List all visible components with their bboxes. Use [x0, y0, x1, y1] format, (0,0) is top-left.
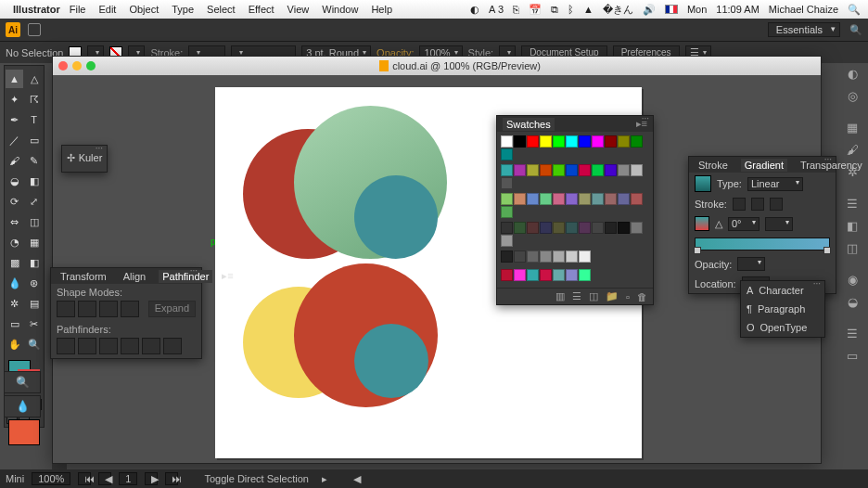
minus-back-button[interactable]: [163, 338, 182, 354]
kuler-panel[interactable]: ··· ✢ Kuler: [61, 145, 108, 173]
zoom-tool[interactable]: 🔍: [25, 335, 43, 353]
selection-tool[interactable]: ▲: [6, 70, 23, 88]
eraser-tool[interactable]: ◧: [25, 172, 43, 190]
swatch[interactable]: [592, 222, 604, 234]
swatch[interactable]: [566, 250, 578, 263]
gradient-slider[interactable]: [695, 238, 830, 250]
swatch[interactable]: [501, 250, 513, 263]
panel-gripper-icon[interactable]: ···: [813, 278, 821, 289]
swatch[interactable]: [540, 222, 552, 234]
delete-swatch-icon[interactable]: 🗑: [637, 291, 647, 302]
dropbox-icon[interactable]: ⧉: [551, 4, 558, 16]
swatch[interactable]: [553, 269, 565, 281]
slice-tool[interactable]: ✂: [25, 315, 43, 333]
swatch[interactable]: [618, 193, 630, 205]
app-menu[interactable]: Illustrator: [13, 4, 60, 15]
trim-button[interactable]: [78, 338, 96, 354]
gradient-stop-right[interactable]: [823, 247, 831, 254]
status-dropdown-icon[interactable]: ▸: [322, 473, 327, 485]
artboard-tool[interactable]: ▭: [6, 315, 23, 333]
swatch[interactable]: [501, 206, 513, 218]
zoom-window-icon[interactable]: [86, 61, 96, 71]
swatch[interactable]: [553, 222, 565, 234]
adobe-status-icon[interactable]: ◐: [470, 4, 479, 16]
mini-bridge-label[interactable]: Mini: [6, 473, 24, 484]
swatch[interactable]: [605, 164, 617, 176]
sync-icon[interactable]: [28, 23, 41, 36]
graphic-styles-panel-icon[interactable]: ◒: [844, 293, 861, 310]
blend-tool[interactable]: ⊛: [25, 274, 43, 292]
appearance-panel-icon[interactable]: ◉: [844, 271, 861, 288]
panel-gripper-icon[interactable]: ···: [190, 265, 198, 276]
direct-selection-tool[interactable]: △: [25, 70, 43, 88]
swatches-panel-icon[interactable]: ▦: [844, 119, 861, 135]
menu-window[interactable]: Window: [322, 4, 358, 15]
swatch[interactable]: [514, 164, 526, 176]
swatch[interactable]: [553, 164, 565, 176]
transparency-panel-icon[interactable]: ◫: [844, 239, 861, 256]
swatch[interactable]: [553, 250, 565, 263]
swatch[interactable]: [540, 193, 552, 205]
mesh-tool[interactable]: ▩: [6, 253, 23, 272]
swatch[interactable]: [579, 222, 591, 234]
intersect-button[interactable]: [99, 301, 118, 317]
swatch[interactable]: [527, 193, 539, 205]
swatch[interactable]: [527, 269, 539, 281]
scroll-left-icon[interactable]: ◀: [353, 473, 361, 485]
nav-first-icon[interactable]: ⏮: [78, 472, 91, 485]
swatch[interactable]: [501, 164, 513, 176]
nav-last-icon[interactable]: ⏭: [165, 472, 178, 485]
stop-opacity-input[interactable]: [737, 257, 765, 271]
volume-icon[interactable]: 🔊: [643, 4, 656, 16]
eyedropper-tool[interactable]: 💧: [6, 274, 23, 292]
panel-gripper-icon[interactable]: ···: [824, 154, 832, 164]
pencil-tool[interactable]: ✎: [25, 151, 43, 170]
swatch[interactable]: [501, 148, 513, 161]
swatch[interactable]: [618, 135, 630, 148]
minimize-window-icon[interactable]: [72, 61, 82, 71]
menu-effect[interactable]: Effect: [249, 4, 274, 15]
swatch[interactable]: [501, 269, 513, 281]
swatch[interactable]: [501, 193, 513, 205]
swatch-options-icon[interactable]: ◫: [589, 290, 598, 302]
graph-tool[interactable]: ▤: [25, 294, 43, 313]
gradient-stop-left[interactable]: [694, 247, 701, 254]
gradient-preview[interactable]: [695, 175, 711, 192]
gradient-panel-icon[interactable]: ◧: [844, 217, 861, 234]
search-icon[interactable]: 🔍: [849, 24, 862, 36]
tab-transform[interactable]: Transform: [57, 270, 110, 283]
swatch[interactable]: [605, 222, 617, 234]
input-flag-icon[interactable]: [665, 5, 678, 14]
swatch[interactable]: [514, 135, 526, 148]
menu-user[interactable]: Michael Chaize: [769, 4, 838, 15]
menu-type[interactable]: Type: [172, 4, 194, 15]
swatch[interactable]: [605, 193, 617, 205]
swatch[interactable]: [514, 269, 526, 281]
swatch[interactable]: [514, 222, 526, 234]
gradient-tool[interactable]: ◧: [25, 253, 43, 272]
swatch[interactable]: [566, 193, 578, 205]
cc-icon[interactable]: ⎘: [513, 4, 519, 15]
swatch[interactable]: [631, 193, 643, 205]
expand-button[interactable]: Expand: [148, 301, 196, 317]
line-tool[interactable]: ／: [6, 131, 23, 149]
panel-menu-icon[interactable]: ▸≡: [222, 270, 233, 282]
rotate-tool[interactable]: ⟳: [6, 192, 23, 211]
swatch[interactable]: [527, 222, 539, 234]
nav-prev-icon[interactable]: ◀: [98, 472, 111, 485]
swatch[interactable]: [566, 269, 578, 281]
width-tool[interactable]: ⇔: [6, 212, 23, 231]
swatch[interactable]: [579, 250, 591, 263]
artwork-circle[interactable]: [354, 324, 428, 398]
color-guide-icon[interactable]: ◎: [844, 87, 861, 104]
artboards-panel-icon[interactable]: ▭: [844, 347, 861, 364]
blob-brush-tool[interactable]: ◒: [6, 172, 23, 190]
document-titlebar[interactable]: cloud.ai @ 100% (RGB/Preview): [53, 57, 821, 75]
swatch[interactable]: [605, 135, 617, 148]
menu-object[interactable]: Object: [129, 4, 159, 15]
swatch[interactable]: [631, 164, 643, 176]
character-panel-item[interactable]: ACharacter: [741, 281, 824, 300]
swatch[interactable]: [501, 235, 513, 247]
aspect-input[interactable]: [765, 217, 793, 231]
date-icon[interactable]: 📅: [529, 4, 542, 16]
